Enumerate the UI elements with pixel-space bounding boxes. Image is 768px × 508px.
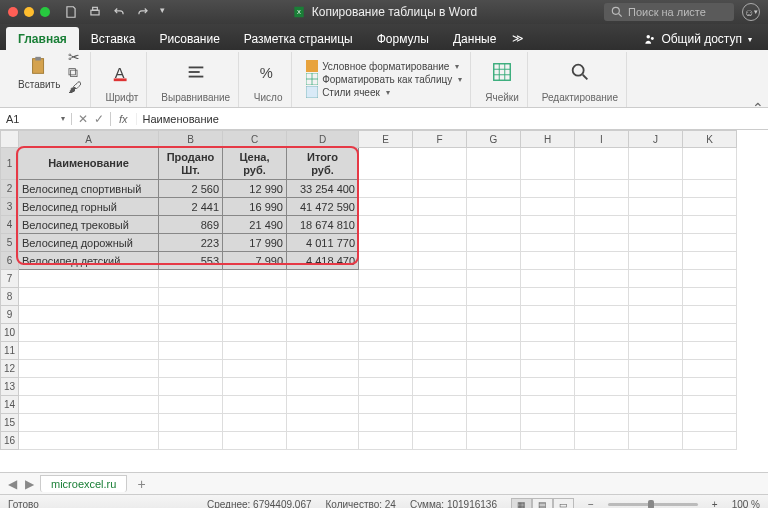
print-icon[interactable] bbox=[88, 5, 102, 19]
row-header[interactable]: 9 bbox=[1, 306, 19, 324]
cell[interactable]: Велосипед детский bbox=[19, 252, 159, 270]
cell[interactable] bbox=[413, 148, 467, 180]
cell[interactable] bbox=[467, 180, 521, 198]
col-header[interactable]: B bbox=[159, 131, 223, 148]
collapse-ribbon-icon[interactable]: ⌃ bbox=[752, 100, 764, 116]
fx-label[interactable]: fx bbox=[111, 113, 137, 125]
cell[interactable] bbox=[19, 432, 159, 450]
cell[interactable] bbox=[413, 378, 467, 396]
cell[interactable]: Итогоруб. bbox=[287, 148, 359, 180]
tab-insert[interactable]: Вставка bbox=[79, 27, 148, 50]
cell[interactable] bbox=[521, 306, 575, 324]
cell[interactable]: 16 990 bbox=[223, 198, 287, 216]
cell[interactable] bbox=[521, 414, 575, 432]
cell[interactable]: 12 990 bbox=[223, 180, 287, 198]
cell[interactable]: 553 bbox=[159, 252, 223, 270]
cell[interactable] bbox=[521, 148, 575, 180]
cell[interactable]: 17 990 bbox=[223, 234, 287, 252]
cell[interactable] bbox=[413, 342, 467, 360]
cell[interactable] bbox=[629, 306, 683, 324]
col-header[interactable]: J bbox=[629, 131, 683, 148]
row-header[interactable]: 3 bbox=[1, 198, 19, 216]
cell[interactable] bbox=[683, 414, 737, 432]
cell[interactable] bbox=[467, 306, 521, 324]
cell[interactable]: Велосипед горный bbox=[19, 198, 159, 216]
cell[interactable] bbox=[19, 306, 159, 324]
cell[interactable]: Цена,руб. bbox=[223, 148, 287, 180]
cell[interactable] bbox=[629, 180, 683, 198]
cell[interactable] bbox=[359, 378, 413, 396]
col-header[interactable]: K bbox=[683, 131, 737, 148]
cell[interactable] bbox=[629, 288, 683, 306]
cell[interactable] bbox=[287, 360, 359, 378]
format-painter-icon[interactable]: 🖌 bbox=[68, 80, 82, 94]
cell[interactable]: 41 472 590 bbox=[287, 198, 359, 216]
cell[interactable] bbox=[575, 234, 629, 252]
cell[interactable] bbox=[413, 234, 467, 252]
zoom-slider[interactable] bbox=[608, 503, 698, 506]
cell[interactable] bbox=[629, 234, 683, 252]
cell[interactable] bbox=[467, 288, 521, 306]
cell[interactable] bbox=[629, 252, 683, 270]
cell[interactable] bbox=[287, 324, 359, 342]
col-header[interactable]: F bbox=[413, 131, 467, 148]
view-break[interactable]: ▭ bbox=[553, 498, 574, 509]
cell[interactable] bbox=[683, 270, 737, 288]
tab-data[interactable]: Данные bbox=[441, 27, 508, 50]
cell[interactable] bbox=[467, 432, 521, 450]
cell[interactable] bbox=[413, 180, 467, 198]
cell[interactable] bbox=[575, 180, 629, 198]
tab-layout[interactable]: Разметка страницы bbox=[232, 27, 365, 50]
cell[interactable] bbox=[223, 396, 287, 414]
cell[interactable] bbox=[413, 252, 467, 270]
view-normal[interactable]: ▦ bbox=[511, 498, 532, 509]
cell[interactable] bbox=[19, 360, 159, 378]
cell[interactable] bbox=[467, 414, 521, 432]
cell[interactable] bbox=[467, 378, 521, 396]
cell[interactable] bbox=[575, 414, 629, 432]
cell[interactable] bbox=[575, 216, 629, 234]
cell[interactable] bbox=[159, 270, 223, 288]
cell[interactable] bbox=[683, 324, 737, 342]
cell[interactable] bbox=[359, 306, 413, 324]
row-header[interactable]: 10 bbox=[1, 324, 19, 342]
save-icon[interactable] bbox=[64, 5, 78, 19]
cell[interactable] bbox=[683, 378, 737, 396]
sheet-nav-prev[interactable]: ◀ bbox=[6, 477, 19, 491]
cell[interactable] bbox=[575, 342, 629, 360]
cell[interactable] bbox=[575, 198, 629, 216]
tabs-more-icon[interactable]: ≫ bbox=[508, 27, 528, 50]
cell[interactable] bbox=[521, 360, 575, 378]
cell[interactable] bbox=[467, 324, 521, 342]
row-header[interactable]: 2 bbox=[1, 180, 19, 198]
cell[interactable] bbox=[683, 306, 737, 324]
cell[interactable] bbox=[629, 342, 683, 360]
cell[interactable] bbox=[683, 234, 737, 252]
cell[interactable] bbox=[287, 306, 359, 324]
paste-button[interactable]: Вставить bbox=[14, 53, 64, 92]
cell[interactable] bbox=[575, 148, 629, 180]
cell[interactable]: 4 418 470 bbox=[287, 252, 359, 270]
cell[interactable] bbox=[359, 216, 413, 234]
cell[interactable] bbox=[413, 414, 467, 432]
feedback-icon[interactable]: ☺▾ bbox=[742, 3, 760, 21]
cell[interactable] bbox=[521, 324, 575, 342]
zoom-out[interactable]: − bbox=[588, 499, 594, 508]
cell[interactable] bbox=[521, 234, 575, 252]
cell[interactable] bbox=[159, 288, 223, 306]
maximize-window-icon[interactable] bbox=[40, 7, 50, 17]
cell[interactable] bbox=[223, 414, 287, 432]
cell[interactable] bbox=[19, 270, 159, 288]
cell[interactable] bbox=[159, 360, 223, 378]
cell[interactable] bbox=[359, 414, 413, 432]
tab-home[interactable]: Главная bbox=[6, 27, 79, 50]
align-button[interactable] bbox=[181, 59, 211, 85]
cell[interactable] bbox=[575, 378, 629, 396]
cell[interactable] bbox=[359, 148, 413, 180]
cell[interactable] bbox=[521, 378, 575, 396]
cell[interactable]: Наименование bbox=[19, 148, 159, 180]
cell[interactable] bbox=[287, 288, 359, 306]
sheet-nav-next[interactable]: ▶ bbox=[23, 477, 36, 491]
cell[interactable] bbox=[629, 360, 683, 378]
cell[interactable] bbox=[629, 270, 683, 288]
